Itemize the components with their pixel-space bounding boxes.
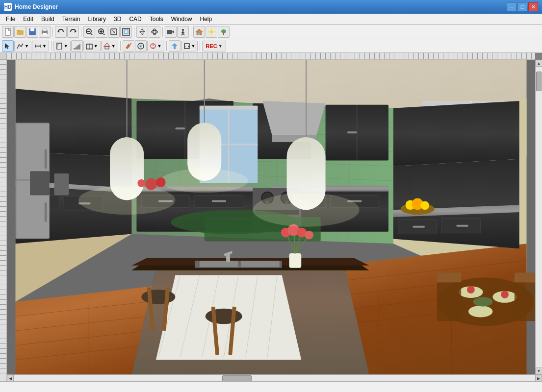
- toolbar-sep-1: [52, 27, 53, 37]
- stairs-tool[interactable]: [71, 40, 83, 52]
- save-button[interactable]: [26, 26, 38, 38]
- camera-button[interactable]: [165, 26, 177, 38]
- svg-point-169: [467, 286, 475, 294]
- menu-file[interactable]: File: [2, 14, 19, 24]
- menu-bar: File Edit Build Terrain Library 3D CAD T…: [0, 14, 542, 24]
- svg-point-28: [182, 29, 184, 31]
- menu-edit[interactable]: Edit: [19, 14, 37, 24]
- svg-rect-115: [212, 200, 227, 202]
- select-tool[interactable]: [2, 40, 14, 52]
- new-button[interactable]: [2, 26, 14, 38]
- kitchen-scene: [7, 60, 535, 374]
- svg-rect-21: [123, 28, 129, 35]
- svg-point-209: [206, 309, 242, 324]
- svg-rect-167: [515, 282, 535, 321]
- menu-window[interactable]: Window: [167, 14, 196, 24]
- menu-3d[interactable]: 3D: [110, 14, 125, 24]
- scroll-right-button[interactable]: ▶: [535, 375, 542, 381]
- menu-tools[interactable]: Tools: [146, 14, 167, 24]
- transform-tool[interactable]: ▼: [181, 41, 198, 51]
- polyline-tool[interactable]: ▼: [14, 41, 31, 51]
- app-icon: HD: [4, 3, 12, 11]
- svg-marker-63: [172, 43, 178, 49]
- toolbar2-sep-1: [51, 41, 52, 51]
- menu-library[interactable]: Library: [84, 14, 110, 24]
- toolbar2-sep-4: [200, 41, 200, 51]
- scrollbar-vertical[interactable]: ▲ ▼: [535, 60, 542, 374]
- scroll-left-button[interactable]: ◀: [7, 375, 14, 381]
- minimize-button[interactable]: ─: [507, 2, 516, 11]
- svg-rect-50: [77, 45, 79, 49]
- svg-point-156: [420, 201, 429, 210]
- window-controls: ─ □ ✕: [507, 2, 538, 11]
- svg-rect-142: [16, 123, 49, 179]
- svg-rect-166: [437, 273, 461, 283]
- print-button[interactable]: [39, 26, 51, 38]
- svg-rect-159: [413, 226, 425, 228]
- paint-tool[interactable]: [123, 40, 134, 52]
- scroll-thumb-horizontal[interactable]: [222, 375, 252, 381]
- scroll-up-button[interactable]: ▲: [536, 60, 542, 67]
- svg-rect-22: [124, 30, 128, 34]
- sun-button[interactable]: [206, 26, 217, 38]
- close-button[interactable]: ✕: [528, 2, 538, 11]
- menu-build[interactable]: Build: [37, 14, 58, 24]
- open-button[interactable]: [14, 26, 26, 38]
- svg-rect-7: [43, 29, 47, 31]
- menu-cad[interactable]: CAD: [125, 14, 145, 24]
- toolbar-sep-5: [191, 27, 191, 37]
- pan-button[interactable]: [136, 26, 148, 38]
- zoom-fit-button[interactable]: [108, 26, 120, 38]
- svg-rect-188: [289, 253, 302, 268]
- svg-rect-0: [5, 28, 10, 35]
- toolbar2-sep-3: [166, 41, 167, 51]
- svg-point-216: [137, 179, 145, 187]
- scrollbar-horizontal-container: ◀ ▶: [7, 374, 542, 381]
- svg-point-204: [161, 169, 248, 193]
- scroll-thumb-vertical[interactable]: [536, 72, 542, 91]
- svg-rect-49: [76, 47, 77, 49]
- zoom-out-small-button[interactable]: [83, 26, 95, 38]
- cabinet-tool[interactable]: ▼: [83, 41, 101, 51]
- svg-point-214: [145, 178, 157, 190]
- zoom-in-button[interactable]: [96, 26, 107, 38]
- svg-point-164: [468, 306, 492, 318]
- scroll-down-button[interactable]: ▼: [536, 368, 542, 374]
- scroll-track-horizontal[interactable]: [14, 375, 535, 381]
- svg-marker-108: [262, 101, 325, 137]
- walk-through-button[interactable]: [177, 26, 189, 38]
- svg-rect-46: [57, 43, 62, 49]
- house-button[interactable]: [193, 26, 205, 38]
- rec-button[interactable]: REC ▼: [202, 41, 226, 51]
- svg-rect-102: [175, 127, 185, 129]
- menu-terrain[interactable]: Terrain: [58, 14, 84, 24]
- viewport-3d[interactable]: [7, 60, 535, 374]
- svg-rect-144: [45, 149, 47, 169]
- toolbar2-sep-2: [120, 41, 121, 51]
- toolbar-sep-2: [81, 27, 81, 37]
- maximize-button[interactable]: □: [517, 2, 527, 11]
- svg-rect-168: [515, 273, 535, 283]
- svg-rect-212: [30, 171, 50, 195]
- plant-button[interactable]: [218, 26, 230, 38]
- dimension-tool[interactable]: ▼: [32, 41, 49, 51]
- ruler-horizontal: [7, 53, 535, 60]
- svg-point-25: [153, 29, 156, 35]
- door-tool[interactable]: ▼: [53, 41, 71, 51]
- undo-button[interactable]: [55, 26, 67, 38]
- svg-point-40: [221, 29, 226, 33]
- dimension2-tool[interactable]: ▼: [147, 41, 164, 51]
- scroll-track-vertical[interactable]: [536, 67, 542, 368]
- roof-tool[interactable]: ▼: [101, 41, 118, 51]
- menu-help[interactable]: Help: [196, 14, 216, 24]
- redo-button[interactable]: [67, 26, 79, 38]
- zoom-window-button[interactable]: [120, 26, 132, 38]
- svg-rect-51: [79, 44, 80, 49]
- orbit-button[interactable]: [149, 26, 160, 38]
- svg-rect-185: [241, 261, 280, 267]
- texture-tool[interactable]: [135, 40, 147, 52]
- move-up-tool[interactable]: [169, 40, 181, 52]
- status-bar: [0, 381, 542, 392]
- svg-point-35: [210, 30, 213, 33]
- svg-rect-48: [74, 48, 76, 49]
